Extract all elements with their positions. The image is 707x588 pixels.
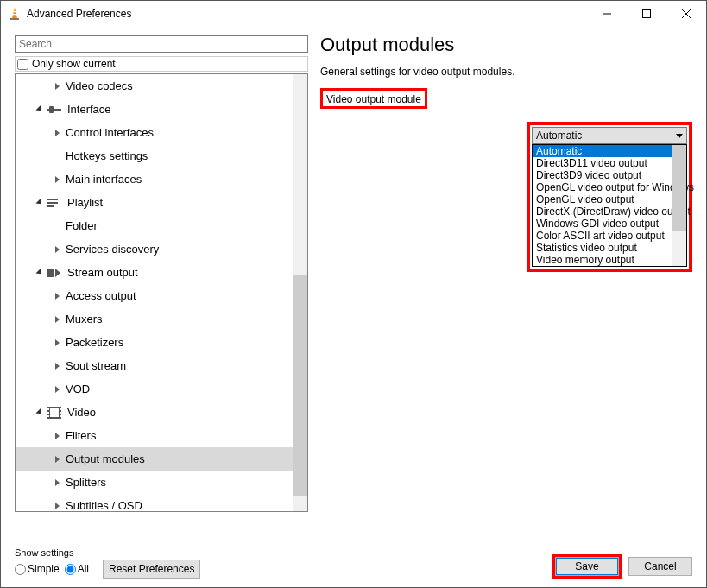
chevron-right-icon[interactable] [50, 293, 64, 300]
bottom-bar: Show settings Simple All Reset Preferenc… [1, 535, 706, 587]
tree-item-interface[interactable]: Interface [16, 98, 293, 121]
playlist-icon [47, 195, 62, 211]
svg-rect-20 [60, 412, 61, 414]
video-icon [47, 405, 62, 420]
tree-item-subtitles-osd[interactable]: Subtitles / OSD [16, 494, 293, 512]
tree-item-packetizers[interactable]: Packetizers [16, 331, 293, 354]
svg-rect-16 [47, 408, 49, 410]
tree-item-filters[interactable]: Filters [16, 424, 293, 447]
cancel-button[interactable]: Cancel [628, 557, 692, 576]
svg-rect-15 [50, 408, 59, 417]
svg-rect-9 [49, 106, 54, 113]
panel-title: Output modules [320, 34, 692, 60]
only-show-current-checkbox[interactable]: Only show current [15, 56, 308, 72]
svg-marker-0 [12, 8, 17, 18]
chevron-right-icon[interactable] [50, 503, 64, 509]
radio-simple[interactable]: Simple [15, 563, 60, 575]
chevron-right-icon[interactable] [50, 479, 64, 486]
chevron-right-icon[interactable] [50, 386, 64, 393]
scrollbar-thumb[interactable] [672, 145, 686, 231]
titlebar: Advanced Preferences [1, 1, 706, 27]
tree-item-sout-stream[interactable]: Sout stream [16, 354, 293, 377]
chevron-right-icon[interactable] [50, 130, 64, 136]
tree-item-main-interfaces[interactable]: Main interfaces [16, 168, 293, 191]
video-output-module-label: Video output module [323, 92, 425, 107]
dropdown-list: Automatic Direct3D11 video output Direct… [532, 144, 687, 267]
tree-item-folder[interactable]: Folder [16, 214, 293, 237]
tree-item-video-codecs[interactable]: Video codecs [16, 74, 293, 98]
dropdown-option[interactable]: Color ASCII art video output [533, 230, 672, 242]
chevron-right-icon[interactable] [50, 316, 64, 323]
chevron-right-icon[interactable] [50, 339, 64, 346]
vlc-cone-icon [8, 7, 22, 21]
tree-scrollbar[interactable] [293, 74, 307, 511]
chevron-down-icon[interactable] [33, 270, 47, 275]
show-settings-label: Show settings [15, 547, 200, 558]
maximize-button[interactable] [627, 1, 666, 27]
dropdown-option[interactable]: Statistics video output [533, 242, 672, 254]
radio-all[interactable]: All [65, 563, 89, 575]
tree-item-hotkeys-settings[interactable]: Hotkeys settings [16, 144, 293, 168]
chevron-right-icon[interactable] [50, 456, 64, 463]
tree-item-vod[interactable]: VOD [16, 377, 293, 401]
interface-icon [47, 102, 62, 117]
chevron-right-icon[interactable] [50, 176, 64, 183]
chevron-right-icon[interactable] [50, 246, 64, 253]
dropdown-option[interactable]: Direct3D9 video output [533, 169, 672, 181]
svg-rect-13 [47, 269, 54, 277]
dropdown-option[interactable]: Automatic [533, 145, 672, 157]
svg-rect-21 [60, 415, 61, 417]
chevron-down-icon[interactable] [33, 200, 47, 205]
minimize-button[interactable] [587, 1, 627, 27]
dropdown-option[interactable]: DirectX (DirectDraw) video output [533, 205, 672, 218]
tree-item-output-modules[interactable]: Output modules [16, 447, 293, 471]
chevron-right-icon[interactable] [50, 83, 64, 90]
dropdown-option[interactable]: OpenGL video output [533, 193, 672, 205]
svg-rect-18 [47, 415, 49, 417]
chevron-down-icon[interactable] [33, 107, 47, 111]
window-title: Advanced Preferences [27, 8, 587, 20]
reset-preferences-button[interactable]: Reset Preferences [103, 560, 200, 579]
video-output-module-dropdown[interactable]: Automatic [532, 127, 687, 144]
dropdown-option[interactable]: Video memory output [533, 254, 672, 266]
tree-item-control-interfaces[interactable]: Control interfaces [16, 121, 293, 144]
tree-item-stream-output[interactable]: Stream output [16, 261, 293, 284]
svg-rect-5 [643, 10, 651, 18]
chevron-down-icon[interactable] [33, 410, 47, 414]
dropdown-option[interactable]: Direct3D11 video output [533, 157, 672, 169]
svg-rect-1 [14, 11, 16, 12]
chevron-right-icon[interactable] [50, 433, 64, 439]
tree-item-playlist[interactable]: Playlist [16, 191, 293, 214]
dropdown-option[interactable]: OpenGL video output for Windows [533, 181, 672, 193]
save-button[interactable]: Save [555, 557, 619, 576]
dropdown-selected-value: Automatic [536, 130, 582, 142]
only-show-current-input[interactable] [17, 59, 28, 70]
search-input[interactable] [15, 35, 308, 53]
svg-rect-19 [60, 408, 61, 410]
stream-output-icon [47, 265, 62, 281]
panel-description: General settings for video output module… [320, 66, 692, 78]
only-show-current-label: Only show current [32, 58, 116, 70]
preferences-tree: Video codecs Interface Control interface… [15, 73, 308, 512]
svg-rect-2 [13, 14, 16, 15]
close-button[interactable] [666, 1, 706, 27]
highlight-save: Save [552, 554, 622, 579]
tree-item-access-output[interactable]: Access output [16, 284, 293, 307]
highlight-field-label: Video output module [320, 88, 427, 109]
svg-rect-17 [47, 412, 49, 414]
chevron-right-icon[interactable] [50, 363, 64, 370]
chevron-down-icon [676, 134, 683, 138]
dropdown-scrollbar[interactable] [672, 145, 686, 266]
tree-item-video[interactable]: Video [16, 401, 293, 424]
dropdown-option[interactable]: Windows GDI video output [533, 218, 672, 230]
tree-item-muxers[interactable]: Muxers [16, 307, 293, 331]
tree-item-splitters[interactable]: Splitters [16, 471, 293, 494]
svg-rect-3 [10, 18, 19, 20]
highlight-dropdown: Automatic Automatic Direct3D11 video out… [527, 122, 692, 272]
scrollbar-thumb[interactable] [293, 275, 307, 496]
tree-item-services-discovery[interactable]: Services discovery [16, 237, 293, 261]
